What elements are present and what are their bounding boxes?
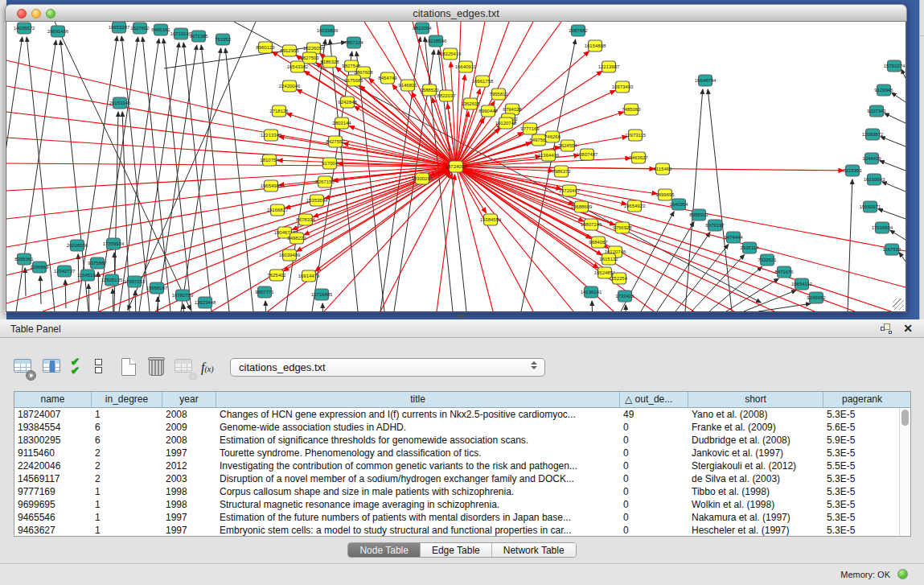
table-row[interactable]: 946362711997Embryonic stem cells: a mode… (14, 524, 899, 536)
graph-node[interactable]: 1615132 (599, 253, 618, 265)
graph-node[interactable]: 2935114 (741, 242, 760, 253)
graph-node[interactable]: 16154808 (585, 40, 606, 51)
graph-node[interactable]: 12093872 (862, 129, 884, 140)
graph-node[interactable]: 6379197 (705, 220, 725, 231)
table-row[interactable]: 1830029562008Estimation of significance … (14, 434, 899, 447)
graph-node[interactable]: 8990448 (478, 105, 498, 117)
graph-node[interactable]: 16210643 (864, 174, 885, 185)
graph-node[interactable]: 19654985 (261, 180, 282, 192)
column-header-out-de-[interactable]: △ out_de... (620, 392, 688, 407)
graph-node[interactable]: 14136141 (581, 286, 602, 298)
graph-node[interactable]: 917004 (322, 158, 339, 169)
tab-network-table[interactable]: Network Table (492, 543, 576, 557)
graph-node[interactable]: 15692971 (860, 201, 881, 212)
graph-node[interactable]: 7857224 (344, 37, 363, 48)
table-row[interactable]: 969969511998Structural magnetic resonanc… (14, 498, 899, 511)
graph-node[interactable]: 252254 (611, 273, 628, 284)
graph-node[interactable]: 8427552 (326, 136, 345, 147)
graph-node[interactable]: 1810754 (260, 154, 279, 166)
scrollbar-thumb[interactable] (901, 410, 909, 426)
graph-node[interactable]: 18807249 (581, 219, 602, 230)
graph-node[interactable]: 746266 (544, 131, 561, 142)
table-row[interactable]: 911546021997Tourette syndrome. Phenomeno… (14, 447, 899, 459)
graph-node[interactable]: 10654112 (791, 278, 813, 290)
table-row[interactable]: 946554611997Estimation of the future num… (14, 511, 899, 524)
table-vertical-scrollbar[interactable] (899, 408, 910, 536)
graph-node[interactable]: 8960123 (256, 42, 275, 53)
graph-node[interactable]: 2718126 (269, 105, 289, 117)
tab-node-table[interactable]: Node Table (348, 543, 421, 557)
graph-node[interactable]: 12342737 (54, 266, 76, 277)
graph-node[interactable]: 9245652 (807, 292, 826, 303)
splitter-handle-icon[interactable] (458, 315, 466, 319)
table-selector-dropdown[interactable]: citations_edges.txt (230, 358, 545, 377)
graph-node[interactable]: 7932621 (758, 254, 777, 266)
column-header-name[interactable]: name (14, 392, 92, 407)
graph-node[interactable]: 19384554 (480, 214, 502, 225)
graph-node[interactable]: 17016504 (872, 222, 893, 233)
graph-node[interactable]: 11545194 (77, 270, 99, 281)
graph-node[interactable]: 9498222 (287, 233, 306, 244)
graph-node[interactable]: 3624554 (558, 140, 577, 151)
graph-node[interactable]: 18325419 (440, 48, 462, 60)
graph-node[interactable]: 8454749 (378, 72, 397, 84)
graph-node[interactable]: 8267150 (315, 176, 335, 187)
table-row[interactable]: 1872400712008Changes of HCN gene express… (14, 408, 899, 421)
graph-node[interactable]: 7955812 (489, 89, 508, 100)
table-row[interactable]: 1938455462009Genome-wide association stu… (14, 421, 899, 434)
graph-node[interactable]: 16961758 (472, 76, 494, 87)
graph-node[interactable]: 9242848 (338, 97, 357, 108)
table-row[interactable]: 977716911998Corpus callosum shape and si… (14, 485, 899, 498)
column-chooser-icon[interactable] (42, 357, 63, 378)
graph-node[interactable]: 8912955 (280, 45, 299, 56)
graph-node[interactable]: 19218596 (425, 35, 447, 47)
graph-node[interactable]: 6466161 (151, 24, 170, 35)
graph-node[interactable]: 1362615 (461, 98, 480, 109)
row-height-icon[interactable] (95, 357, 116, 378)
graph-node[interactable]: 15751074 (884, 60, 906, 72)
graph-node[interactable]: 751552 (215, 34, 232, 45)
graph-node[interactable]: 8471676 (774, 266, 794, 278)
close-panel-icon[interactable]: ✕ (903, 322, 913, 335)
table-row[interactable]: 1456911722003Disruption of a novel membe… (14, 472, 899, 485)
graph-node[interactable]: 9463627 (629, 152, 648, 163)
graph-node[interactable]: 15353594 (306, 195, 328, 206)
graph-node[interactable]: 9657771 (255, 286, 274, 298)
graph-node[interactable]: 16033809 (317, 25, 339, 36)
graph-node[interactable]: 9115460 (654, 163, 673, 175)
function-builder-icon[interactable]: f(x) (201, 357, 222, 378)
graph-node[interactable]: 20206556 (67, 240, 88, 251)
column-header-year[interactable]: year (162, 392, 216, 407)
graph-node[interactable]: 16648794 (695, 75, 717, 86)
graph-node[interactable]: 20691406 (47, 26, 69, 37)
column-header-title[interactable]: title (216, 392, 620, 407)
network-window[interactable]: citations_edges.txt 18724007140355722069… (5, 4, 907, 313)
graph-node[interactable]: 10653287 (109, 22, 130, 33)
graph-node[interactable]: 9146821 (398, 80, 417, 91)
graph-node[interactable]: 7986372 (552, 166, 571, 177)
delete-rows-icon[interactable] (146, 357, 167, 378)
graph-node[interactable]: 1167533 (883, 244, 902, 255)
graph-node[interactable]: 8215953 (843, 165, 862, 176)
graph-node[interactable]: 14035572 (14, 23, 35, 34)
graph-node[interactable]: 7625402 (267, 270, 286, 281)
graph-node[interactable]: 16640910 (455, 61, 477, 72)
graph-node[interactable]: 8813054 (413, 23, 432, 34)
graph-node[interactable]: 9756928 (613, 222, 632, 233)
graph-node[interactable]: 8958923 (689, 209, 708, 220)
graph-node[interactable]: 1527602 (130, 23, 150, 34)
graph-node[interactable]: 9375887 (88, 257, 107, 269)
graph-node[interactable]: 10807487 (577, 149, 598, 160)
graph-node[interactable]: 9671385 (189, 31, 208, 42)
graph-node[interactable]: 19166827 (267, 204, 289, 216)
graph-node[interactable]: 12213987 (598, 61, 620, 72)
graph-node[interactable]: 1640954 (669, 199, 688, 210)
new-table-icon[interactable] (119, 357, 140, 378)
graph-node[interactable]: 2803144 (332, 117, 351, 129)
graph-node[interactable]: 8186328 (320, 56, 339, 68)
graph-node[interactable]: 1156869 (31, 262, 50, 273)
graph-node[interactable]: 8395061 (14, 253, 34, 265)
table-row[interactable]: 2242004622012Investigating the contribut… (14, 459, 899, 472)
select-rows-icon[interactable]: ✔✔ (71, 357, 92, 378)
graph-node[interactable]: 8678334 (296, 214, 315, 225)
